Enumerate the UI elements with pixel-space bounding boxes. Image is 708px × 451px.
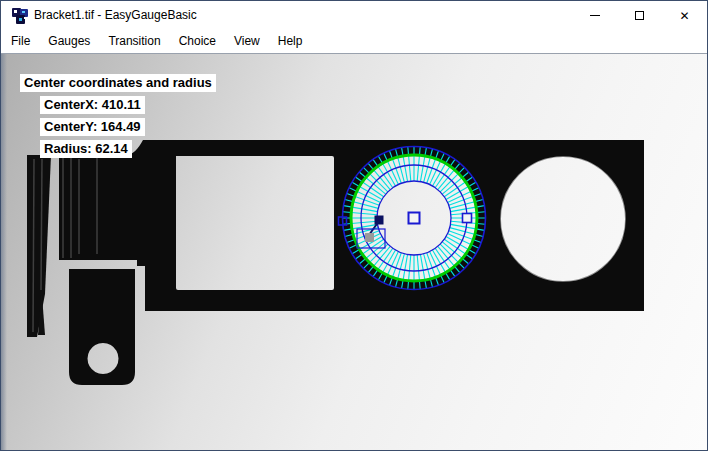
image-canvas[interactable]: Center coordinates and radius CenterX: 4…	[1, 53, 707, 450]
minimize-button[interactable]	[572, 1, 617, 30]
hole-rim-right	[501, 157, 625, 281]
menu-choice[interactable]: Choice	[170, 31, 225, 51]
app-icon	[12, 7, 29, 24]
close-button[interactable]: ✕	[662, 1, 707, 30]
image-left-edge-shade	[1, 54, 7, 450]
menu-file[interactable]: File	[2, 31, 39, 51]
gauge-radius-handle[interactable]	[463, 214, 472, 223]
app-window: Bracket1.tif - EasyGaugeBasic ✕ File Gau…	[0, 0, 708, 451]
close-icon: ✕	[679, 10, 689, 22]
menu-help[interactable]: Help	[269, 31, 312, 51]
bracket-left-strip	[27, 155, 51, 337]
readout-radius: Radius: 62.14	[40, 140, 132, 158]
readout-header: Center coordinates and radius	[20, 74, 216, 92]
menu-transition[interactable]: Transition	[99, 31, 169, 51]
menu-bar: File Gauges Transition Choice View Help	[1, 30, 707, 52]
readout-centerx: CenterX: 410.11	[40, 96, 145, 114]
gauge-center-handle[interactable]	[409, 213, 420, 224]
maximize-button[interactable]	[617, 1, 662, 30]
title-bar: Bracket1.tif - EasyGaugeBasic ✕	[1, 1, 707, 30]
menu-view[interactable]: View	[225, 31, 269, 51]
readout-centery: CenterY: 164.49	[40, 118, 145, 136]
maximize-icon	[635, 11, 644, 20]
window-title: Bracket1.tif - EasyGaugeBasic	[34, 1, 197, 30]
gauge-label-grip[interactable]	[365, 233, 374, 242]
bracket-lower-tab	[69, 269, 135, 385]
minimize-icon	[590, 15, 600, 16]
menu-gauges[interactable]: Gauges	[39, 31, 99, 51]
gauge-anchor-marker[interactable]	[375, 216, 383, 224]
